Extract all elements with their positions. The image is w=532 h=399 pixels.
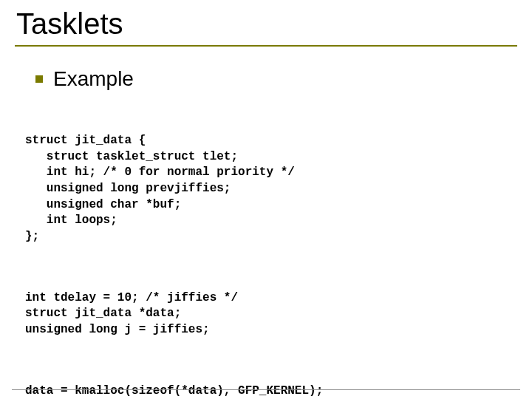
square-bullet-icon bbox=[35, 75, 43, 83]
code-block: struct jit_data { struct tasklet_struct … bbox=[25, 101, 517, 399]
title-wrap: Tasklets bbox=[15, 7, 517, 47]
example-heading: Example bbox=[35, 67, 517, 91]
code-struct-def: struct jit_data { struct tasklet_struct … bbox=[25, 133, 517, 245]
code-alloc: data = kmalloc(sizeof(*data), GFP_KERNEL… bbox=[25, 383, 517, 400]
footer-rule bbox=[12, 389, 520, 390]
code-declarations: int tdelay = 10; /* jiffies */ struct ji… bbox=[25, 290, 517, 338]
page-title: Tasklets bbox=[15, 7, 517, 41]
slide: Tasklets Example struct jit_data { struc… bbox=[0, 0, 532, 399]
example-label: Example bbox=[53, 67, 134, 91]
